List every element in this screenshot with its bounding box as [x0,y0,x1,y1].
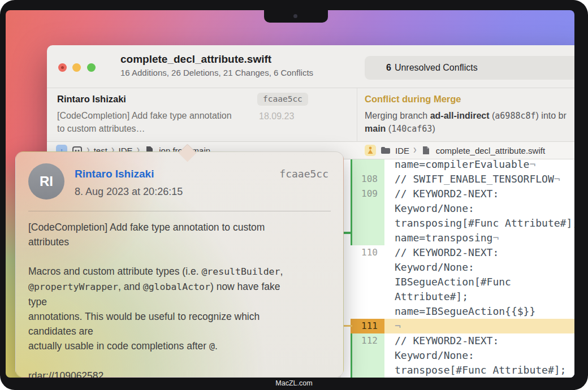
line-number: 112 [351,333,384,378]
camera-dot [293,14,297,18]
text-segment: @globalActor [143,281,210,292]
divider [28,211,331,211]
desktop: complete_decl_attribute.swift 16 Additio… [6,10,574,378]
line-number: 109 [351,187,384,245]
text-segment: 140caf63 [391,124,432,134]
text-segment: ) [432,124,435,133]
code-text[interactable]: // SWIFT_ENABLE_TENSORFLOW¬ [384,172,574,187]
document-icon [421,145,432,156]
commit-date: 8. Aug 2023 at 20:26:15 [75,186,183,198]
commit-details-popover: RI Rintaro Ishizaki fcaae5cc 8. Aug 2023… [15,151,344,378]
code-row[interactable]: 110// KEYWORD2-NEXT:Keyword/None:IBSegue… [341,245,574,319]
text-segment: . [215,340,218,352]
text-segment: a6988c8f [495,111,535,121]
conflict-count: 6 [386,63,391,73]
code-row[interactable]: 111¬ [341,319,574,333]
unresolved-conflicts-badge[interactable]: 6 Unresolved Conflicts [365,56,574,80]
text-segment: ( [386,124,391,133]
conflict-file-icon [365,145,376,156]
code-editor-pane[interactable]: name=compilerEvaluable¬108// SWIFT_ENABL… [341,159,574,378]
zoom-button[interactable] [87,63,96,72]
text-segment: ) now have fake [210,281,280,292]
breadcrumb-right: IDE › complete_decl_attribute.swift [365,142,545,159]
breadcrumb-item[interactable]: IDE [395,146,409,155]
commit-message-line: annotations. This would be useful to rec… [28,309,332,324]
text-segment: actually usable in code completions afte… [28,340,209,352]
commit-date: 18.09.23 [259,111,294,122]
text-segment: type [28,296,47,307]
commit-author: Rintaro Ishizaki [57,94,126,105]
text-segment: ad-all-indirect [430,111,490,120]
code-text[interactable]: // KEYWORD2-NEXT:Keyword/None:transposin… [384,187,574,245]
text-segment: @resultBuilder [201,266,280,277]
line-number [351,159,384,172]
merge-conflict-title: Conflict during Merge [365,94,461,105]
avatar: RI [28,163,64,200]
folder-icon [380,145,391,156]
newline-glyph: ¬ [395,320,401,332]
text-segment: ( [490,111,495,120]
newline-glyph: ¬ [554,173,560,185]
code-row[interactable]: 109// KEYWORD2-NEXT:Keyword/None:transpo… [341,187,574,245]
code-row[interactable]: 112// KEYWORD2-NEXT:Keyword/None:transpo… [341,333,574,378]
code-text[interactable]: ¬ [384,319,574,333]
window-title: complete_decl_attribute.swift [120,53,313,66]
text-segment: , and [118,281,143,292]
commit-message-body: [CodeCompletion] Add fake type annotatio… [28,220,332,378]
author-link[interactable]: Rintaro Ishizaki [75,168,154,180]
text-segment: main [365,124,386,133]
text-segment: , [280,266,283,277]
commit-message-line: attributes [28,235,332,249]
watermark: MacZL.com [0,378,588,389]
text-segment: ) into br [536,111,567,120]
commit-message-line: candidates are [28,324,332,339]
commit-message-line: actually usable in code completions afte… [28,339,332,354]
commit-message-line [28,249,332,264]
newline-glyph: ¬ [492,232,499,244]
close-button[interactable] [58,63,67,72]
breadcrumb-item[interactable]: complete_decl_attribute.swift [436,146,545,155]
text-segment: rdar://109062582 [28,370,103,378]
text-segment: @ [209,341,215,352]
commit-message-line: Macros and custom attribute types (i.e. … [28,264,332,279]
commit-hash-badge[interactable]: fcaae5cc [257,93,308,106]
info-bar: Rintaro Ishizaki fcaae5cc [CodeCompletio… [47,88,574,142]
conflict-label: Unresolved Conflicts [395,63,478,73]
minimize-button[interactable] [72,63,81,72]
commit-hash: fcaae5cc [279,168,328,180]
line-number: 110 [351,245,384,319]
text-segment: @propertyWrapper [28,281,118,292]
text-segment: [CodeCompletion] Add fake type annotatio… [28,222,265,233]
code-text[interactable]: // KEYWORD2-NEXT:Keyword/None:transpose[… [384,333,574,378]
commit-message-line[interactable]: [CodeCompletion] Add fake type annotatio… [57,111,232,121]
text-segment: Macros and custom attribute types (i.e. [28,266,201,277]
commit-message-line: @propertyWrapper, and @globalActor) now … [28,279,332,294]
commit-message-line: [CodeCompletion] Add fake type annotatio… [28,220,332,235]
code-row[interactable]: 108// SWIFT_ENABLE_TENSORFLOW¬ [341,172,574,187]
code-row[interactable]: name=compilerEvaluable¬ [341,159,574,172]
commit-message-line: type [28,294,332,309]
notch [264,10,328,23]
merge-description-line: main (140caf63) [365,124,435,134]
code-text[interactable]: // KEYWORD2-NEXT:Keyword/None:IBSegueAct… [384,245,574,319]
line-number: 111 [351,319,384,333]
newline-glyph: ¬ [529,159,535,170]
window-subtitle: 16 Additions, 26 Deletions, 21 Changes, … [120,68,313,77]
commit-message-line[interactable]: to custom attributes… [57,124,145,134]
window-titlebar: complete_decl_attribute.swift 16 Additio… [47,45,574,88]
line-number: 108 [351,172,384,187]
title-block: complete_decl_attribute.swift 16 Additio… [120,53,313,77]
commit-message-line [28,354,332,369]
text-segment: candidates are [28,326,93,337]
code-text[interactable]: name=compilerEvaluable¬ [384,159,574,172]
text-segment: attributes [28,236,69,248]
commit-message-line: rdar://109062582 [28,369,332,378]
text-segment: annotations. This would be useful to rec… [28,311,260,322]
merge-description-line: Merging branch ad-all-indirect (a6988c8f… [365,111,567,121]
macbook-frame: complete_decl_attribute.swift 16 Additio… [0,0,588,390]
text-segment: Merging branch [365,111,430,120]
breadcrumb-separator: › [413,144,417,158]
